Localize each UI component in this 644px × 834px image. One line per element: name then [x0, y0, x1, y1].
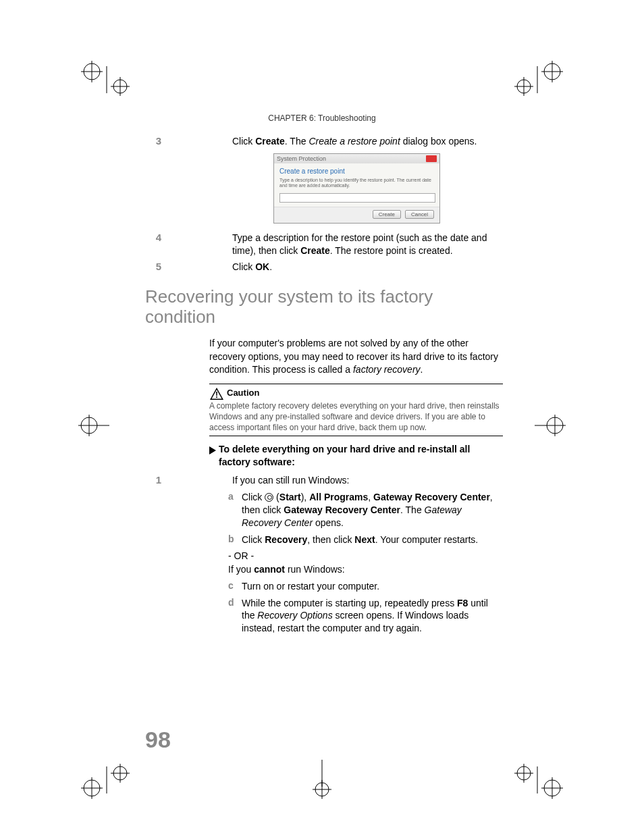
step-number: 1 — [145, 474, 161, 487]
text-bold: Recovery — [265, 534, 307, 545]
step-number: 3 — [145, 135, 161, 148]
registration-mark-icon — [308, 760, 336, 800]
step-4: 4 Type a description for the restore poi… — [145, 232, 503, 257]
text-bold: OK — [255, 261, 269, 272]
text-bold: cannot — [254, 564, 285, 575]
step-5: 5 Click OK. — [145, 261, 503, 273]
text-bold: Next — [354, 534, 375, 545]
text: opens. — [313, 517, 344, 528]
registration-mark-icon — [535, 412, 575, 439]
substep-letter: c — [228, 580, 242, 593]
text: , — [368, 492, 373, 502]
dialog-description: Type a description to help you identify … — [279, 178, 434, 189]
text: If you can still run Windows: — [232, 475, 350, 486]
svg-marker-42 — [209, 446, 216, 454]
substep-c: c Turn on or restart your computer. — [228, 580, 503, 593]
text-bold: Gateway Recovery Center — [373, 492, 490, 502]
text-bold: All Programs — [309, 492, 368, 502]
registration-mark-icon — [510, 59, 564, 100]
caution-box: ! Caution A complete factory recovery de… — [209, 384, 503, 437]
text: . — [421, 364, 423, 375]
triangle-bullet-icon — [209, 445, 216, 458]
registration-mark-icon — [510, 760, 564, 800]
text: , then click — [307, 534, 354, 545]
text-bold: Create — [255, 136, 285, 147]
cannot-line: If you cannot run Windows: — [228, 564, 503, 575]
registration-mark-icon — [69, 412, 109, 439]
registration-mark-icon — [80, 59, 134, 100]
text: Click — [242, 534, 265, 545]
text-italic: Create a restore point — [308, 136, 400, 147]
dialog-create-button: Create — [373, 210, 401, 219]
text: Click — [232, 261, 255, 272]
task-heading: To delete everything on your hard drive … — [209, 443, 503, 469]
or-separator: - OR - — [228, 550, 503, 561]
text: . — [269, 261, 272, 272]
text-bold: F8 — [457, 598, 468, 608]
substep-b: b Click Recovery, then click Next. Your … — [228, 533, 503, 546]
dialog-heading: Create a restore point — [279, 167, 434, 175]
text: Turn on or restart your computer. — [242, 581, 379, 592]
step-1: 1 If you can still run Windows: — [145, 474, 503, 487]
text: If you — [228, 564, 254, 575]
text: ( — [273, 492, 279, 502]
text: run Windows: — [285, 564, 345, 575]
text: . The — [285, 136, 309, 147]
registration-mark-icon — [80, 760, 134, 800]
text: While the computer is starting up, repea… — [242, 598, 457, 608]
substep-letter: a — [228, 491, 242, 529]
windows-start-icon — [265, 493, 273, 502]
task-heading-text: To delete everything on your hard drive … — [219, 444, 470, 467]
text-italic: Recovery Options — [257, 610, 332, 621]
text: . The restore point is created. — [330, 245, 453, 256]
warning-icon: ! — [209, 387, 224, 400]
page-header: CHAPTER 6: Troubleshooting — [0, 113, 644, 123]
page-number: 98 — [145, 727, 171, 753]
dialog-input — [279, 193, 435, 203]
substep-a: a Click (Start), All Programs, Gateway R… — [228, 491, 503, 529]
text-bold: Create — [300, 245, 330, 256]
text: Click — [232, 136, 255, 147]
text-italic: factory recovery — [353, 364, 421, 375]
text: . Your computer restarts. — [375, 534, 479, 545]
substep-letter: b — [228, 533, 242, 546]
text: Click — [242, 492, 265, 502]
intro-paragraph: If your computer's problems are not solv… — [209, 337, 503, 377]
section-heading: Recovering your system to its factory co… — [145, 287, 503, 328]
dialog-title-text: System Protection — [277, 155, 326, 162]
step-3: 3 Click Create. The Create a restore poi… — [145, 135, 503, 148]
step-number: 4 — [145, 232, 161, 257]
text: ), — [301, 492, 309, 502]
substep-d: d While the computer is starting up, rep… — [228, 597, 503, 635]
caution-title: Caution — [227, 388, 259, 398]
step-number: 5 — [145, 261, 161, 273]
svg-text:!: ! — [215, 390, 218, 400]
text-bold: Start — [279, 492, 301, 502]
close-icon — [426, 155, 437, 162]
text-bold: Gateway Recovery Center — [284, 504, 400, 515]
text: . The — [400, 504, 425, 515]
dialog-screenshot: System Protection Create a restore point… — [273, 153, 440, 224]
caution-body: A complete factory recovery deletes ever… — [209, 401, 500, 432]
dialog-cancel-button: Cancel — [405, 210, 434, 219]
text: dialog box opens. — [400, 136, 477, 147]
substep-letter: d — [228, 597, 242, 635]
